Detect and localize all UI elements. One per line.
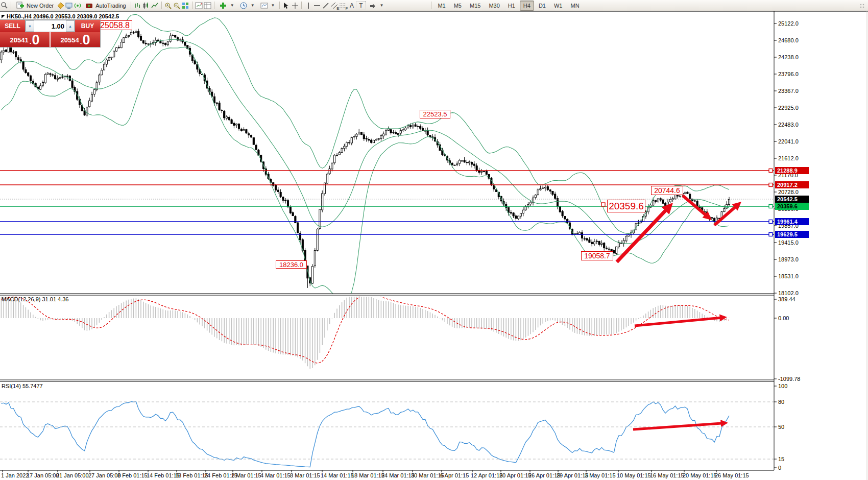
text-tool[interactable]: A	[347, 2, 356, 10]
rsi-indicator-label: RSI(14) 55.7477	[2, 383, 43, 389]
equidistant-channel-tool[interactable]: E	[330, 2, 339, 10]
chart-canvas[interactable]: 25122.024680.024238.023796.023367.022925…	[0, 0, 868, 480]
time-axis-label: 21 Jan 05:00	[56, 472, 89, 478]
fibonacci-tool[interactable]: F	[339, 2, 347, 10]
timeframe-button-d1[interactable]: D1	[535, 1, 549, 11]
time-axis-label: 24 Mar 01:15	[381, 472, 415, 478]
toolbar-separator	[301, 2, 302, 9]
chevron-down-icon: ▼	[379, 3, 383, 8]
sell-price-big-digit: 0	[32, 34, 39, 46]
arrows-shape-icon	[368, 2, 377, 10]
timeframe-button-w1[interactable]: W1	[550, 1, 566, 11]
data-window-icon[interactable]	[203, 2, 212, 10]
cursor-tool[interactable]	[282, 2, 291, 10]
time-axis-label: 10 May 01:15	[617, 472, 651, 478]
time-axis-label: 26 May 01:15	[715, 472, 749, 478]
horizontal-line-tool[interactable]	[312, 2, 321, 10]
time-axis-label: 1 Jan 2022	[1, 472, 29, 478]
price-axis-tick: 24680.0	[778, 37, 799, 43]
axis-price-tag: 20359.6	[775, 203, 809, 210]
text-label-tool[interactable]: T	[356, 1, 366, 10]
chevron-down-icon: ▼	[251, 3, 255, 8]
label-tool-letter: T	[359, 2, 363, 9]
add-indicator-icon	[219, 2, 228, 10]
new-order-label: New Order	[27, 3, 54, 9]
rsi-axis-tick: 100	[778, 383, 787, 389]
signals-icon[interactable]	[74, 2, 82, 10]
timeframe-button-mn[interactable]: MN	[567, 1, 583, 11]
sell-price-display: 20541 . 0	[0, 32, 50, 47]
periods-dropdown[interactable]: ▼	[237, 0, 257, 11]
timeframe-button-m1[interactable]: M1	[434, 1, 449, 11]
timeframe-button-h1[interactable]: H1	[504, 1, 519, 11]
autotrading-button[interactable]: AutoTrading	[82, 0, 129, 11]
time-axis-label: 16 May 01:15	[650, 472, 684, 478]
time-axis-label: 8 Mar 01:15	[290, 472, 320, 478]
sell-button[interactable]: SELL	[0, 20, 25, 32]
toolbar-separator	[11, 2, 11, 9]
axis-price-tag: 20542.5	[775, 196, 809, 203]
shapes-dropdown[interactable]: ▼	[366, 0, 386, 11]
price-axis-tick: 25122.0	[778, 20, 799, 27]
price-annotation: 25058.8	[98, 20, 132, 30]
timeframe-button-m5[interactable]: M5	[450, 1, 465, 11]
templates-dropdown[interactable]: ▼	[257, 0, 278, 11]
rsi-axis-tick: 0	[778, 465, 781, 471]
price-axis-tick: 18973.0	[778, 256, 799, 262]
trendline-tool[interactable]	[321, 2, 330, 10]
toolbar-separator	[192, 2, 192, 9]
bar-chart-icon[interactable]	[133, 2, 142, 10]
volume-decrease-button[interactable]: ▼	[26, 20, 34, 32]
rsi-axis-tick: 50	[778, 424, 784, 430]
time-axis-label: 30 Mar 01:15	[411, 472, 444, 478]
autotrading-label: AutoTrading	[95, 3, 126, 9]
timeframe-button-h4[interactable]: H4	[520, 1, 534, 11]
macd-axis-tick: -1099.78	[778, 376, 800, 382]
symbol-marker-icon	[2, 15, 5, 18]
timeframe-button-m15[interactable]: M15	[466, 1, 484, 11]
indicators-window-icon[interactable]	[195, 2, 203, 10]
zoom-out-icon[interactable]	[173, 2, 181, 10]
price-annotation: 20744.6	[651, 186, 683, 195]
autotrading-icon	[85, 2, 93, 10]
chevron-down-icon: ▼	[271, 3, 275, 8]
timeframe-button-m30[interactable]: M30	[485, 1, 503, 11]
line-chart-icon[interactable]	[151, 2, 159, 10]
axis-price-tag: 19961.4	[775, 218, 809, 225]
time-axis-label: 3 May 01:15	[585, 472, 616, 478]
toolbar-separator	[279, 2, 280, 9]
time-axis-label: 18 Mar 01:15	[351, 472, 384, 478]
crosshair-tool[interactable]	[291, 2, 299, 10]
main-toolbar: New Order AutoTrading	[0, 0, 868, 11]
axis-price-tag: 20917.2	[775, 181, 809, 188]
add-indicator-dropdown[interactable]: ▼	[216, 0, 237, 11]
buy-price-big-digit: 0	[82, 34, 90, 46]
price-annotation: 19058.7	[581, 251, 613, 260]
publish-chart-icon[interactable]	[65, 2, 74, 10]
toolbar-separator	[161, 2, 162, 9]
price-axis-tick: 23367.0	[778, 88, 799, 94]
buy-price-display: 20554 . 0	[51, 32, 100, 47]
vertical-line-tool[interactable]	[304, 2, 312, 10]
buy-button[interactable]: BUY	[75, 20, 100, 32]
time-axis-label: 27 Jan 05:00	[88, 472, 121, 478]
candlestick-chart-icon[interactable]	[142, 2, 151, 10]
price-annotation: 22523.5	[420, 110, 450, 118]
volume-input[interactable]	[34, 20, 66, 32]
time-axis-label: 26 Apr 01:15	[528, 472, 560, 478]
zoom-in-icon[interactable]	[164, 2, 173, 10]
price-axis-tick: 22483.0	[778, 122, 799, 128]
tile-windows-icon[interactable]	[181, 2, 190, 10]
price-annotation: 20359.6	[607, 200, 645, 212]
volume-increase-button[interactable]: ▲	[66, 20, 75, 32]
axis-price-tag: 19629.5	[775, 231, 809, 238]
toolbar-end-grip-icon[interactable]	[859, 2, 865, 8]
fib-letter: F	[346, 6, 348, 11]
new-order-button[interactable]: New Order	[13, 0, 56, 11]
time-axis-label: 29 Apr 01:15	[557, 472, 588, 478]
window-icon[interactable]	[0, 2, 9, 10]
text-tool-letter: A	[350, 2, 354, 9]
rsi-axis-tick: 15	[778, 456, 784, 462]
mql5-diamond-icon[interactable]	[56, 2, 65, 10]
price-axis-tick: 18531.0	[778, 273, 799, 279]
